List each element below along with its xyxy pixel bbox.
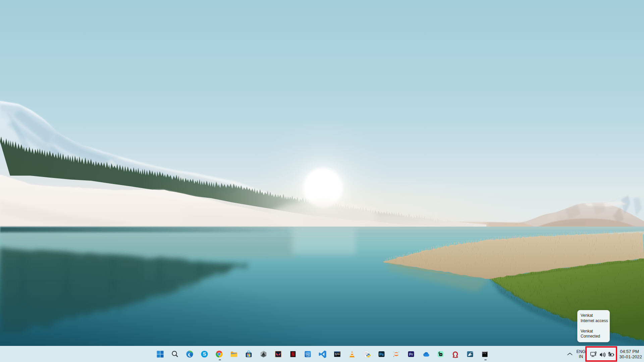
svg-text:S: S bbox=[203, 351, 206, 357]
svg-text:MySQL: MySQL bbox=[335, 353, 340, 355]
svg-text:video: video bbox=[306, 354, 310, 356]
svg-text:Pr: Pr bbox=[409, 352, 413, 356]
svg-text:C:\: C:\ bbox=[483, 352, 485, 354]
svg-text:Ps: Ps bbox=[379, 352, 384, 356]
